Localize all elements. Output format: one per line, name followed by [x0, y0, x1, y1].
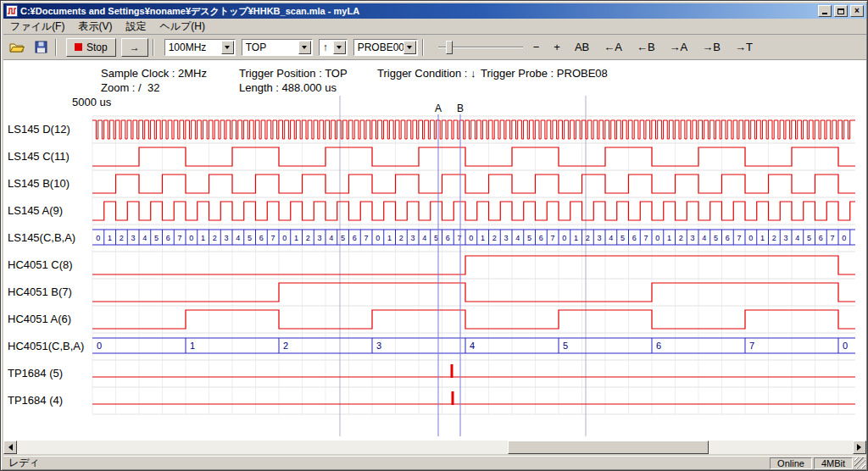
- trigger-position-info: Trigger Position : TOP: [239, 67, 348, 80]
- menu-help[interactable]: ヘルプ(H): [153, 18, 212, 36]
- trigger-edge-combo[interactable]: ↑: [319, 39, 348, 56]
- goto-cursor-a-right-button[interactable]: →A: [665, 39, 693, 55]
- stop-icon: [75, 43, 82, 51]
- status-online: Online: [770, 457, 812, 469]
- menu-file[interactable]: ファイル(F): [3, 18, 71, 36]
- bus-value: 1: [108, 234, 112, 242]
- bus-value: 4: [329, 234, 333, 242]
- minimize-button[interactable]: [818, 5, 832, 17]
- bus-value: 4: [142, 234, 147, 242]
- bus-value: 4: [609, 234, 613, 242]
- maximize-icon: [837, 8, 844, 14]
- bus-value: 3: [318, 234, 322, 242]
- bus-value: 0: [842, 234, 846, 242]
- status-bar: レディ Online 4MBit: [3, 456, 866, 469]
- trace-HC4051 C(8): [92, 256, 855, 274]
- zoom-in-button[interactable]: +: [549, 39, 565, 55]
- bus-value: 7: [364, 234, 369, 242]
- goto-cursor-a-left-button[interactable]: ←A: [599, 39, 626, 55]
- cursor-B-label: B: [457, 103, 464, 114]
- trigger-probe-value: PROBE00: [358, 42, 404, 53]
- bus-value: 7: [178, 234, 182, 242]
- zoom-slider[interactable]: [438, 39, 523, 56]
- maximize-button[interactable]: [834, 5, 848, 17]
- chevron-down-icon[interactable]: [403, 41, 416, 54]
- bus-value: 3: [784, 234, 788, 242]
- goto-trigger-button[interactable]: →T: [731, 39, 757, 55]
- bus-value: 1: [190, 341, 195, 351]
- open-button[interactable]: [7, 38, 27, 57]
- bus-value: 3: [411, 234, 415, 242]
- menu-bar: ファイル(F) 表示(V) 設定 ヘルプ(H): [3, 19, 866, 35]
- bus-value: 6: [446, 234, 450, 242]
- open-folder-icon: [9, 41, 25, 53]
- toolbar-separator: [422, 39, 424, 56]
- menu-view[interactable]: 表示(V): [71, 18, 119, 36]
- sample-clock-combo[interactable]: 100MHz: [164, 39, 236, 56]
- goto-cursor-b-left-button[interactable]: ←B: [632, 39, 659, 55]
- title-bar[interactable]: C:¥Documents and Settings¥noname¥デスクトップ¥…: [3, 3, 866, 19]
- scroll-thumb[interactable]: [508, 441, 709, 454]
- scroll-right-button[interactable]: [853, 441, 866, 454]
- zoom-info: Zoom : / 32: [101, 81, 159, 94]
- scroll-left-button[interactable]: [3, 441, 17, 454]
- bus-value: 1: [667, 234, 671, 242]
- horizontal-scrollbar[interactable]: [3, 441, 866, 454]
- bus-value: 2: [306, 234, 310, 242]
- trace-LS145 C(11): [92, 147, 855, 166]
- chevron-down-icon[interactable]: [298, 41, 311, 54]
- bus-value: 5: [341, 234, 345, 242]
- bus-value: 3: [691, 234, 695, 242]
- chevron-down-icon[interactable]: [333, 41, 346, 54]
- trigger-position-combo[interactable]: TOP: [242, 39, 313, 56]
- bus-value: 0: [843, 341, 848, 351]
- bus-value: 1: [481, 234, 485, 242]
- floppy-icon: [35, 41, 47, 53]
- menu-settings[interactable]: 設定: [119, 18, 153, 36]
- bus-value: 5: [527, 234, 531, 242]
- bus-value: 5: [434, 234, 438, 242]
- trigger-position-value: TOP: [246, 42, 266, 53]
- trace-HC4051 B(7): [92, 283, 855, 302]
- bus-value: 5: [714, 234, 718, 242]
- waveform-display[interactable]: 0123456701234567012345670123456701234567…: [1, 94, 868, 438]
- bus-value: 6: [632, 234, 637, 242]
- stop-button[interactable]: Stop: [66, 38, 116, 57]
- bus-value: 7: [551, 234, 555, 242]
- scroll-left-icon: [5, 444, 13, 451]
- bus-value: 3: [131, 234, 136, 242]
- length-info: Length : 488.000 us: [239, 81, 337, 94]
- slider-thumb[interactable]: [446, 41, 453, 54]
- bus-value: 2: [679, 234, 683, 242]
- sample-clock-info: Sample Clock : 2MHz: [101, 67, 207, 80]
- bus-value: 4: [702, 234, 706, 242]
- trace-LS145 B(10): [92, 175, 855, 193]
- trace-LS145 D(12): [92, 120, 855, 139]
- trigger-probe-combo[interactable]: PROBE00: [353, 39, 418, 56]
- bus-value: 7: [644, 234, 648, 242]
- bus-value: 5: [563, 341, 568, 351]
- bus-value: 7: [271, 234, 275, 242]
- trigger-probe-info: Trigger Probe : PROBE08: [481, 67, 608, 80]
- app-icon: [6, 5, 18, 17]
- cursor-ab-button[interactable]: AB: [570, 39, 593, 55]
- run-button[interactable]: →: [121, 38, 148, 57]
- bus-value: 5: [154, 234, 159, 242]
- app-window: C:¥Documents and Settings¥noname¥デスクトップ¥…: [0, 0, 868, 471]
- bus-value: 0: [376, 234, 380, 242]
- save-button[interactable]: [31, 38, 51, 57]
- bus-value: 7: [831, 234, 835, 242]
- bus-value: 4: [795, 234, 799, 242]
- close-button[interactable]: ×: [850, 5, 864, 17]
- chevron-down-icon[interactable]: [221, 41, 234, 54]
- bus-value: 3: [598, 234, 602, 242]
- trace-HC4051 A(6): [92, 310, 855, 329]
- stop-label: Stop: [86, 42, 108, 53]
- bus-value: 3: [504, 234, 509, 242]
- resize-grip[interactable]: [854, 457, 865, 468]
- trigger-condition-info: Trigger Condition : ↓: [377, 67, 476, 80]
- zoom-out-button[interactable]: −: [529, 39, 544, 55]
- bus-value: 4: [515, 234, 520, 242]
- bus-value: 6: [656, 341, 661, 351]
- goto-cursor-b-right-button[interactable]: →B: [698, 39, 725, 55]
